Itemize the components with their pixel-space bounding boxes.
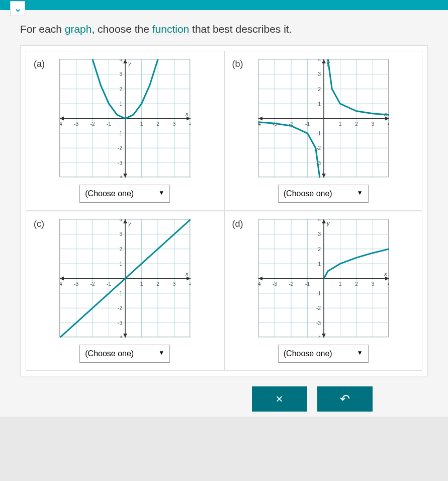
svg-text:3: 3 <box>120 71 123 77</box>
svg-text:x: x <box>384 111 387 117</box>
svg-text:3: 3 <box>120 231 123 237</box>
svg-text:x: x <box>384 271 387 277</box>
svg-marker-65 <box>322 174 326 178</box>
grid-container: (a) -4-3-2-11234-4-3-2-11234xy (Choose o… <box>20 45 428 376</box>
svg-text:1: 1 <box>318 101 321 107</box>
dropdown-b[interactable]: (Choose one) <box>278 185 369 203</box>
svg-text:-3: -3 <box>118 320 122 326</box>
svg-marker-149 <box>322 334 326 338</box>
svg-text:1: 1 <box>318 261 321 267</box>
svg-text:y: y <box>128 60 132 66</box>
svg-text:3: 3 <box>371 121 374 127</box>
svg-text:-1: -1 <box>316 131 321 136</box>
svg-text:y: y <box>326 220 330 226</box>
svg-text:4: 4 <box>120 219 123 222</box>
plot-d: -4-3-2-11234-4-3-2-11234xy <box>258 219 389 337</box>
svg-text:1: 1 <box>140 121 143 127</box>
svg-text:-2: -2 <box>91 281 95 287</box>
svg-text:2: 2 <box>318 87 321 92</box>
svg-text:1: 1 <box>120 261 123 267</box>
svg-text:3: 3 <box>318 231 321 237</box>
svg-text:2: 2 <box>120 87 123 92</box>
q-suffix: that best describes it. <box>189 23 292 35</box>
panel-a: (a) -4-3-2-11234-4-3-2-11234xy (Choose o… <box>26 51 224 211</box>
bottom-controls: × ↶ <box>20 386 428 412</box>
svg-text:-3: -3 <box>273 281 277 287</box>
svg-text:-3: -3 <box>74 281 78 287</box>
svg-text:-2: -2 <box>289 281 293 287</box>
svg-text:y: y <box>128 220 132 226</box>
svg-marker-62 <box>385 117 389 121</box>
svg-marker-22 <box>123 59 127 63</box>
svg-text:-2: -2 <box>316 305 321 311</box>
svg-marker-105 <box>60 277 64 281</box>
content-area: For each graph, choose the function that… <box>0 10 448 417</box>
panel-b: (b) -4-3-2-11234-4-3-2-11234xy (Choose o… <box>224 51 423 211</box>
svg-marker-146 <box>385 277 389 281</box>
top-bar <box>0 0 448 10</box>
svg-text:2: 2 <box>156 121 159 127</box>
svg-marker-23 <box>123 174 127 178</box>
svg-marker-63 <box>258 117 262 121</box>
svg-text:1: 1 <box>120 101 123 107</box>
undo-button[interactable]: ↶ <box>317 386 373 412</box>
svg-text:3: 3 <box>318 71 321 77</box>
svg-text:-4: -4 <box>60 281 62 287</box>
svg-marker-104 <box>187 277 191 281</box>
chevron-down-icon: ⌄ <box>14 3 22 14</box>
svg-text:-1: -1 <box>118 131 122 136</box>
svg-text:-2: -2 <box>118 145 122 151</box>
link-function[interactable]: function <box>152 23 190 35</box>
dropdown-c[interactable]: (Choose one) <box>79 345 170 363</box>
svg-text:2: 2 <box>355 281 358 287</box>
collapse-toggle[interactable]: ⌄ <box>10 1 25 16</box>
svg-text:-3: -3 <box>316 320 321 326</box>
svg-text:-1: -1 <box>107 121 111 127</box>
panel-d: (d) -4-3-2-11234-4-3-2-11234xy (Choose o… <box>224 211 423 371</box>
svg-text:3: 3 <box>371 281 374 287</box>
panel-d-label: (d) <box>232 219 243 229</box>
q-middle: , choose the <box>92 23 152 35</box>
svg-text:-1: -1 <box>305 121 310 127</box>
svg-text:1: 1 <box>338 281 341 287</box>
q-prefix: For each <box>20 23 65 35</box>
svg-text:4: 4 <box>189 281 191 287</box>
svg-marker-106 <box>123 219 127 223</box>
dropdown-a[interactable]: (Choose one) <box>79 185 170 203</box>
panel-grid: (a) -4-3-2-11234-4-3-2-11234xy (Choose o… <box>26 51 422 371</box>
panel-b-label: (b) <box>232 59 243 69</box>
svg-marker-107 <box>123 334 127 338</box>
link-graph[interactable]: graph <box>65 23 92 35</box>
svg-text:1: 1 <box>338 121 341 127</box>
svg-text:x: x <box>185 111 189 117</box>
svg-text:4: 4 <box>120 59 123 62</box>
panel-c: (c) -4-3-2-11234-4-3-2-11234xy (Choose o… <box>26 211 224 371</box>
dropdown-d[interactable]: (Choose one) <box>278 345 369 363</box>
svg-text:-3: -3 <box>74 121 78 127</box>
svg-text:-3: -3 <box>118 161 122 166</box>
svg-text:3: 3 <box>173 281 176 287</box>
svg-text:-2: -2 <box>118 305 122 311</box>
svg-text:4: 4 <box>189 121 191 127</box>
svg-text:4: 4 <box>388 121 389 127</box>
question-text: For each graph, choose the function that… <box>20 23 428 35</box>
svg-marker-64 <box>322 59 326 63</box>
svg-marker-147 <box>258 277 262 281</box>
svg-marker-21 <box>60 117 64 121</box>
svg-text:-4: -4 <box>316 335 321 338</box>
svg-text:-1: -1 <box>305 281 310 287</box>
close-icon: × <box>276 392 283 406</box>
svg-text:-4: -4 <box>118 335 122 338</box>
close-button[interactable]: × <box>252 386 307 412</box>
svg-marker-148 <box>322 219 326 223</box>
svg-text:-4: -4 <box>118 175 122 178</box>
plot-c: -4-3-2-11234-4-3-2-11234xy <box>59 219 190 337</box>
undo-icon: ↶ <box>340 392 350 406</box>
svg-text:2: 2 <box>156 281 159 287</box>
svg-text:-1: -1 <box>107 281 111 287</box>
svg-text:2: 2 <box>318 247 321 252</box>
svg-marker-20 <box>187 117 191 121</box>
svg-text:1: 1 <box>140 281 143 287</box>
svg-text:3: 3 <box>173 121 176 127</box>
svg-text:2: 2 <box>120 247 123 252</box>
